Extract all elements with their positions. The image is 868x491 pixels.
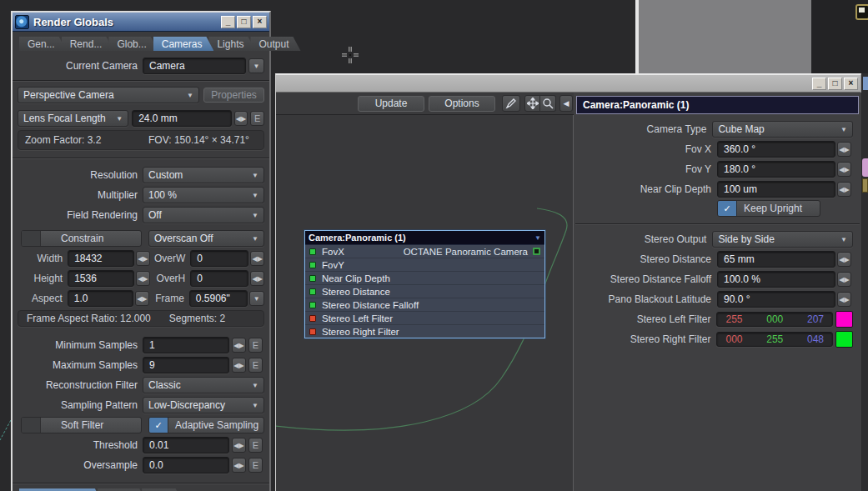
stereo-right-filter-rgb[interactable]: 000 255 048 — [716, 332, 833, 347]
multiplier-select[interactable]: 100 % ▼ — [143, 187, 264, 203]
minimize-button[interactable]: _ — [812, 78, 826, 90]
input-port[interactable] — [309, 288, 316, 295]
tab-lights[interactable]: Lights — [208, 37, 255, 51]
zoom-tool-button[interactable] — [540, 95, 556, 112]
maximize-button[interactable]: □ — [237, 16, 251, 28]
soft-filter-toggle[interactable]: Soft Filter — [21, 417, 142, 433]
stereo-output-select[interactable]: Side by Side ▼ — [712, 231, 853, 248]
options-button[interactable]: Options — [429, 96, 495, 112]
update-button[interactable]: Update — [358, 96, 424, 112]
render-globals-titlebar[interactable]: Render Globals _ □ × — [13, 13, 269, 32]
input-port[interactable] — [309, 328, 316, 335]
current-camera-dropdown-button[interactable]: ▼ — [248, 58, 264, 73]
aspect-input[interactable]: 1.0 — [68, 290, 133, 307]
fov-y-stepper[interactable]: ◀▶ — [837, 162, 851, 177]
stereo-left-filter-swatch[interactable] — [835, 311, 853, 328]
pano-blackout-latitude-input[interactable]: 90.0 ° — [717, 291, 835, 308]
threshold-stepper[interactable]: ◀▶ — [232, 438, 246, 453]
stereo-distance-falloff-stepper[interactable]: ◀▶ — [837, 272, 851, 287]
close-button[interactable]: × — [253, 16, 267, 28]
output-port[interactable] — [533, 248, 540, 255]
stereo-distance-input[interactable]: 65 mm — [717, 251, 835, 268]
overscan-select[interactable]: Overscan Off ▼ — [148, 230, 264, 247]
height-input[interactable]: 1536 — [68, 270, 134, 287]
input-port[interactable] — [309, 262, 316, 268]
reconstruction-filter-select[interactable]: Classic ▼ — [143, 377, 264, 393]
field-rendering-select[interactable]: Off ▼ — [143, 207, 264, 223]
current-camera-value[interactable]: Camera — [143, 58, 246, 74]
input-port[interactable] — [309, 315, 316, 322]
minimum-samples-stepper[interactable]: ◀▶ — [232, 338, 246, 353]
near-clip-depth-stepper[interactable]: ◀▶ — [837, 182, 851, 197]
close-button[interactable]: × — [844, 78, 858, 90]
taskbar-monitor-icon[interactable] — [855, 4, 868, 20]
maximum-samples-envelope-button[interactable]: E — [248, 358, 263, 373]
near-clip-depth-input[interactable]: 100 um — [717, 181, 835, 198]
tab-cameras[interactable]: Cameras — [153, 37, 214, 51]
node-input-row[interactable]: FovX OCTANE Panoramic Camera — [305, 245, 544, 258]
tab-glob[interactable]: Glob... — [108, 37, 158, 51]
tab-rend[interactable]: Rend... — [62, 37, 114, 51]
overw-stepper[interactable]: ◀▶ — [250, 251, 264, 266]
node-input-row[interactable]: Stereo Left Filter — [305, 312, 544, 325]
oversample-stepper[interactable]: ◀▶ — [232, 458, 246, 473]
node-input-row[interactable]: Stereo Distance Falloff — [305, 298, 544, 312]
input-port[interactable] — [309, 302, 316, 308]
maximize-button[interactable]: □ — [828, 78, 842, 90]
node-input-row[interactable]: Near Clip Depth — [305, 272, 544, 285]
width-stepper[interactable]: ◀▶ — [136, 251, 150, 266]
frame-dropdown-button[interactable]: ▼ — [249, 291, 264, 306]
fov-y-input[interactable]: 180.0 ° — [717, 161, 835, 178]
sampling-pattern-select[interactable]: Low-Discrepancy ▼ — [143, 397, 264, 413]
node-input-row[interactable]: FovY — [305, 258, 544, 272]
minimum-samples-input[interactable]: 1 — [143, 337, 229, 353]
node-input-row[interactable]: Stereo Distance — [305, 285, 544, 298]
fov-x-stepper[interactable]: ◀▶ — [837, 142, 851, 157]
pen-tool-button[interactable] — [502, 95, 520, 112]
focal-length-select[interactable]: Lens Focal Length ▼ — [18, 110, 128, 127]
toggle-indicator — [22, 418, 41, 433]
threshold-input[interactable]: 0.01 — [143, 437, 229, 453]
frame-input[interactable]: 0.5906" — [189, 290, 248, 307]
oversample-envelope-button[interactable]: E — [248, 458, 263, 473]
properties-button[interactable]: Properties — [203, 88, 264, 103]
camera-type-select[interactable]: Perspective Camera ▼ — [18, 87, 199, 103]
focal-length-envelope-button[interactable]: E — [250, 111, 264, 126]
node-graph-area[interactable]: Camera:Panoramic (1) ▼ FovX OCTANE Panor… — [276, 115, 573, 491]
collapse-panel-button[interactable]: ◀ — [559, 95, 573, 112]
node-input-row[interactable]: Stereo Right Filter — [305, 325, 544, 338]
tab-output[interactable]: Output — [250, 37, 300, 51]
node-editor-titlebar[interactable]: _ □ × — [276, 75, 860, 93]
overh-stepper[interactable]: ◀▶ — [250, 271, 264, 286]
stereo-distance-falloff-input[interactable]: 100.0 % — [717, 271, 835, 288]
pano-blackout-latitude-stepper[interactable]: ◀▶ — [837, 292, 851, 307]
node-header[interactable]: Camera:Panoramic (1) ▼ — [305, 231, 544, 245]
width-input[interactable]: 18432 — [68, 250, 134, 267]
pan-tool-button[interactable] — [524, 95, 540, 112]
aspect-stepper[interactable]: ◀▶ — [135, 291, 148, 306]
tab-gen[interactable]: Gen... — [19, 37, 67, 51]
focal-length-input[interactable]: 24.0 mm — [132, 110, 232, 127]
overh-input[interactable]: 0 — [190, 270, 248, 287]
keep-upright-checkbox[interactable]: ✓ Keep Upright — [717, 200, 820, 217]
adaptive-sampling-checkbox[interactable]: ✓ Adaptive Sampling — [148, 417, 264, 433]
focal-length-stepper[interactable]: ◀▶ — [234, 111, 248, 126]
stereo-right-filter-swatch[interactable] — [835, 331, 853, 348]
oversample-input[interactable]: 0.0 — [143, 457, 229, 473]
constrain-toggle[interactable]: Constrain — [21, 230, 142, 247]
input-port[interactable] — [309, 248, 316, 255]
threshold-envelope-button[interactable]: E — [248, 438, 263, 453]
stereo-distance-stepper[interactable]: ◀▶ — [837, 252, 851, 267]
camera-type-select[interactable]: Cube Map ▼ — [712, 121, 853, 138]
height-stepper[interactable]: ◀▶ — [136, 271, 150, 286]
input-port[interactable] — [309, 275, 316, 282]
fov-x-input[interactable]: 360.0 ° — [717, 141, 835, 158]
overw-input[interactable]: 0 — [190, 250, 248, 267]
camera-panoramic-node[interactable]: Camera:Panoramic (1) ▼ FovX OCTANE Panor… — [304, 230, 545, 338]
resolution-select[interactable]: Custom ▼ — [143, 167, 264, 183]
minimum-samples-envelope-button[interactable]: E — [248, 338, 263, 353]
minimize-button[interactable]: _ — [221, 16, 235, 28]
maximum-samples-stepper[interactable]: ◀▶ — [232, 358, 246, 373]
maximum-samples-input[interactable]: 9 — [143, 357, 229, 373]
stereo-left-filter-rgb[interactable]: 255 000 207 — [716, 312, 833, 327]
